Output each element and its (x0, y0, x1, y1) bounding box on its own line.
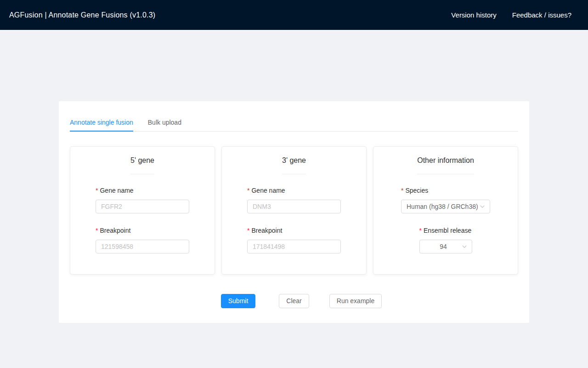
five-prime-breakpoint-group: *Breakpoint (96, 227, 189, 253)
menu-item-version-history[interactable]: Version history (451, 0, 496, 30)
content-area: Annotate single fusion Bulk upload 5' ge… (0, 101, 588, 323)
run-example-button[interactable]: Run example (329, 294, 382, 308)
form-cards-row: 5' gene *Gene name *Breakpoint 3' g (70, 146, 518, 275)
three-prime-gene-name-input[interactable] (247, 200, 341, 213)
three-prime-gene-name-group: *Gene name (247, 187, 341, 213)
three-prime-card-title: 3' gene (282, 156, 306, 165)
required-asterisk: * (247, 227, 249, 234)
ensembl-release-group: *Ensembl release 94 (419, 227, 472, 253)
required-asterisk: * (247, 187, 249, 194)
five-prime-gene-name-input[interactable] (96, 200, 189, 213)
species-group: *Species Human (hg38 / GRCh38) (401, 187, 490, 213)
five-prime-gene-name-label: *Gene name (96, 187, 189, 194)
ensembl-release-select-value: 94 (420, 243, 472, 250)
required-asterisk: * (96, 187, 98, 194)
required-asterisk: * (96, 227, 98, 234)
species-select[interactable]: Human (hg38 / GRCh38) (401, 200, 490, 213)
species-label: *Species (401, 187, 490, 194)
three-prime-gene-name-label: *Gene name (247, 187, 341, 194)
title-divider (282, 174, 306, 174)
main-card: Annotate single fusion Bulk upload 5' ge… (59, 101, 529, 323)
five-prime-breakpoint-label: *Breakpoint (96, 227, 189, 234)
app-title: AGFusion | Annotate Gene Fusions (v1.0.3… (9, 11, 155, 19)
submit-button[interactable]: Submit (221, 294, 256, 308)
five-prime-card-title: 5' gene (130, 156, 154, 165)
title-divider (417, 174, 474, 174)
three-prime-breakpoint-input[interactable] (247, 240, 341, 253)
tab-annotate-single-fusion[interactable]: Annotate single fusion (70, 101, 133, 131)
menu-item-feedback-issues[interactable]: Feedback / issues? (512, 0, 571, 30)
required-asterisk: * (419, 227, 422, 234)
clear-button[interactable]: Clear (279, 294, 309, 308)
five-prime-gene-card: 5' gene *Gene name *Breakpoint (70, 146, 215, 275)
other-information-card: Other information *Species Human (hg38 /… (373, 146, 518, 275)
actions-row: Submit Clear Run example (59, 294, 529, 308)
ensembl-release-label: *Ensembl release (419, 227, 472, 234)
tab-bar: Annotate single fusion Bulk upload (70, 101, 518, 132)
ensembl-release-select[interactable]: 94 (419, 240, 472, 253)
tab-bulk-upload[interactable]: Bulk upload (148, 101, 181, 131)
three-prime-breakpoint-label: *Breakpoint (247, 227, 341, 234)
title-divider (130, 174, 154, 174)
required-asterisk: * (401, 187, 403, 194)
five-prime-breakpoint-input[interactable] (96, 240, 189, 253)
other-information-card-title: Other information (417, 156, 474, 165)
three-prime-breakpoint-group: *Breakpoint (247, 227, 341, 253)
header-menu: Version history Feedback / issues? (451, 0, 571, 30)
five-prime-gene-name-group: *Gene name (96, 187, 189, 213)
three-prime-gene-card: 3' gene *Gene name *Breakpoint (221, 146, 367, 275)
species-select-value: Human (hg38 / GRCh38) (401, 203, 490, 210)
app-header: AGFusion | Annotate Gene Fusions (v1.0.3… (0, 0, 588, 30)
